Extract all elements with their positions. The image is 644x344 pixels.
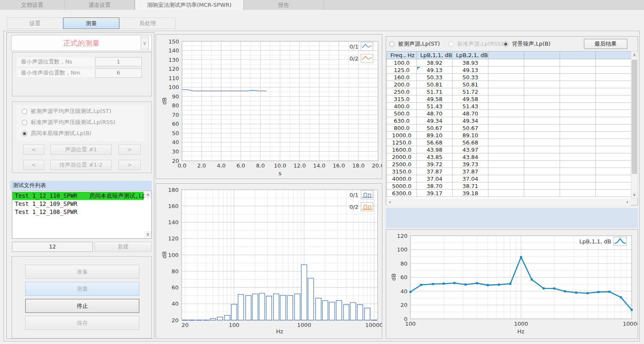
table-cell[interactable] bbox=[488, 59, 524, 66]
table-cell[interactable] bbox=[596, 139, 631, 146]
tab-document-settings[interactable]: 文档设置 bbox=[0, 0, 65, 10]
new-button[interactable]: 新建 bbox=[95, 242, 152, 252]
radio-lp-rss[interactable]: 标准声源平均声压级测试,Lp(RSS) bbox=[22, 119, 115, 126]
mic-prev-button[interactable]: < bbox=[23, 160, 44, 170]
save-button[interactable]: 保存 bbox=[25, 316, 139, 330]
table-cell[interactable] bbox=[596, 88, 631, 95]
table-cell[interactable] bbox=[524, 161, 560, 168]
table-cell[interactable] bbox=[488, 124, 524, 132]
table-cell[interactable]: 315.0 bbox=[387, 95, 417, 103]
table-row[interactable]: 5000.038.7038.71 bbox=[387, 182, 631, 190]
subtab-measure[interactable]: 测量 bbox=[63, 17, 119, 29]
table-cell[interactable]: 50.33 bbox=[417, 74, 453, 81]
nm-value-field[interactable]: 6 bbox=[95, 68, 142, 78]
measurement-mode-dropdown[interactable]: 正式的测量 bbox=[11, 35, 152, 51]
table-cell[interactable] bbox=[488, 168, 524, 175]
table-cell[interactable] bbox=[524, 66, 560, 74]
table-cell[interactable] bbox=[560, 59, 596, 66]
radio-background-lp-b[interactable]: 背景噪声,Lp(B) bbox=[503, 40, 551, 47]
table-row[interactable]: 160.050.3350.33 bbox=[387, 74, 631, 81]
table-cell[interactable] bbox=[560, 168, 596, 175]
table-cell[interactable] bbox=[524, 132, 560, 139]
table-cell[interactable]: 49.13 bbox=[453, 66, 488, 74]
table-cell[interactable] bbox=[524, 81, 560, 88]
table-cell[interactable] bbox=[596, 59, 631, 66]
table-scroll-left-icon[interactable]: ‹ bbox=[387, 199, 393, 205]
table-cell[interactable]: 38.70 bbox=[417, 182, 453, 190]
table-row[interactable]: 6300.039.1739.18 bbox=[387, 190, 631, 197]
table-cell[interactable] bbox=[524, 153, 560, 161]
table-cell[interactable] bbox=[560, 110, 596, 117]
table-cell[interactable]: 38.71 bbox=[453, 182, 488, 190]
column-header[interactable]: LpB,2,1, dB bbox=[453, 52, 488, 59]
table-cell[interactable] bbox=[596, 161, 631, 168]
column-header[interactable] bbox=[596, 52, 631, 59]
table-cell[interactable] bbox=[524, 139, 560, 146]
table-cell[interactable]: 37.87 bbox=[417, 168, 453, 175]
table-cell[interactable] bbox=[524, 110, 560, 117]
source-prev-button[interactable]: < bbox=[23, 145, 44, 155]
table-row[interactable]: 125.049.1349.13 bbox=[387, 66, 631, 74]
table-cell[interactable]: 800.0 bbox=[387, 124, 417, 132]
table-cell[interactable] bbox=[560, 146, 596, 153]
ns-value-field[interactable]: 1 bbox=[95, 57, 142, 66]
table-cell[interactable]: 39.72 bbox=[417, 161, 453, 168]
table-cell[interactable] bbox=[596, 81, 631, 88]
tab-channel-settings[interactable]: 通道设置 bbox=[65, 0, 135, 10]
list-item[interactable]: Test 1_12_109_SPWR bbox=[12, 200, 151, 208]
table-cell[interactable]: 37.04 bbox=[417, 175, 453, 182]
table-header-row[interactable]: Freq., HzLpB,1,1, dBLpB,2,1, dB bbox=[387, 52, 631, 59]
table-row[interactable]: 1250.056.6856.68 bbox=[387, 139, 631, 146]
table-cell[interactable]: 6300.0 bbox=[387, 190, 417, 197]
table-cell[interactable]: 4000.0 bbox=[387, 175, 417, 182]
tab-report[interactable]: 报告 bbox=[244, 0, 324, 10]
table-cell[interactable]: 56.68 bbox=[417, 139, 453, 146]
table-cell[interactable] bbox=[524, 59, 560, 66]
table-cell[interactable]: 100.0 bbox=[387, 59, 417, 66]
table-cell[interactable] bbox=[596, 146, 631, 153]
table-cell[interactable]: 125.0 bbox=[387, 66, 417, 74]
table-cell[interactable] bbox=[596, 153, 631, 161]
table-row[interactable]: 2000.043.8543.84 bbox=[387, 153, 631, 161]
table-cell[interactable]: 37.04 bbox=[453, 175, 488, 182]
table-cell[interactable]: 1250.0 bbox=[387, 139, 417, 146]
table-cell[interactable] bbox=[524, 124, 560, 132]
table-row[interactable]: 1600.043.9843.97 bbox=[387, 146, 631, 153]
table-row[interactable]: 800.050.6750.67 bbox=[387, 124, 631, 132]
table-cell[interactable] bbox=[524, 146, 560, 153]
table-cell[interactable]: 5000.0 bbox=[387, 182, 417, 190]
table-cell[interactable] bbox=[488, 110, 524, 117]
column-header[interactable]: LpB,1,1, dB bbox=[417, 52, 453, 59]
table-cell[interactable]: 51.43 bbox=[453, 103, 488, 110]
table-cell[interactable] bbox=[488, 139, 524, 146]
table-cell[interactable]: 89.10 bbox=[417, 132, 453, 139]
table-cell[interactable]: 48.70 bbox=[453, 110, 488, 117]
table-cell[interactable] bbox=[488, 74, 524, 81]
table-cell[interactable] bbox=[560, 132, 596, 139]
subtab-settings[interactable]: 设置 bbox=[7, 17, 63, 29]
table-row[interactable]: 315.049.5849.58 bbox=[387, 95, 631, 103]
list-scroll-down-icon[interactable]: ∨ bbox=[144, 231, 151, 238]
table-cell[interactable]: 50.81 bbox=[417, 81, 453, 88]
table-row[interactable]: 100.038.9238.93 bbox=[387, 59, 631, 66]
table-cell[interactable] bbox=[524, 168, 560, 175]
table-cell[interactable]: 50.67 bbox=[417, 124, 453, 132]
table-cell[interactable] bbox=[596, 110, 631, 117]
table-cell[interactable]: 51.72 bbox=[453, 88, 488, 95]
table-cell[interactable]: 51.71 bbox=[417, 88, 453, 95]
table-cell[interactable] bbox=[560, 74, 596, 81]
tab-mcr-spwr[interactable]: 混响室法测试声功率(MCR-SPWR) bbox=[135, 0, 244, 10]
table-cell[interactable] bbox=[488, 81, 524, 88]
list-item[interactable]: Test 1_12_110_SPWR房间本底噪声测试,Lp(B) bbox=[12, 192, 144, 200]
table-cell[interactable] bbox=[488, 153, 524, 161]
table-cell[interactable] bbox=[488, 88, 524, 95]
table-cell[interactable] bbox=[524, 117, 560, 124]
radio-source-lp-st[interactable]: 被测声源,Lp(ST) bbox=[389, 40, 440, 47]
table-cell[interactable] bbox=[488, 146, 524, 153]
table-cell[interactable]: 50.33 bbox=[453, 74, 488, 81]
table-cell[interactable]: 48.70 bbox=[417, 110, 453, 117]
table-cell[interactable]: 49.34 bbox=[453, 117, 488, 124]
table-cell[interactable] bbox=[488, 95, 524, 103]
table-cell[interactable]: 43.97 bbox=[453, 146, 488, 153]
table-cell[interactable] bbox=[560, 66, 596, 74]
